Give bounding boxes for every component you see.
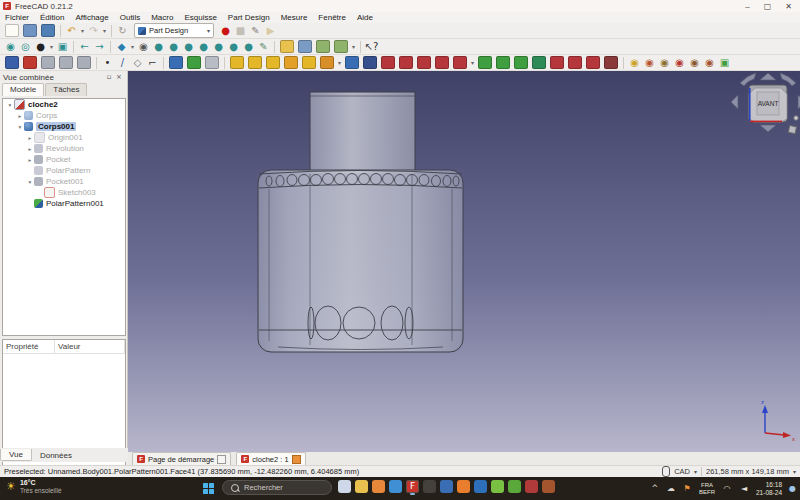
- expander-icon[interactable]: ▸: [16, 113, 24, 119]
- loft-icon[interactable]: [453, 56, 467, 69]
- 3d-viewport[interactable]: AVANT z x: [128, 71, 800, 452]
- app-cube-icon[interactable]: [440, 480, 453, 493]
- link-sub-icon[interactable]: [334, 40, 348, 53]
- chevron-down-icon[interactable]: ▾: [793, 468, 796, 475]
- chamfer-icon[interactable]: [496, 56, 510, 69]
- property-column-header[interactable]: Propriété: [3, 340, 55, 353]
- rectangle-icon[interactable]: ◇: [130, 56, 145, 70]
- sketch-tools-icon[interactable]: ◉: [687, 56, 702, 70]
- clone-icon[interactable]: [320, 56, 334, 69]
- tree-item-corps[interactable]: ▸ Corps: [3, 110, 125, 121]
- tab-modele[interactable]: Modèle: [2, 83, 44, 96]
- point-icon[interactable]: •: [100, 56, 115, 70]
- menu-macro[interactable]: Macro: [151, 13, 173, 22]
- tree-item-revolution[interactable]: ▸ Revolution: [3, 143, 125, 154]
- validate-sketch-icon[interactable]: ◉: [642, 56, 657, 70]
- tab-vue[interactable]: Vue: [0, 449, 32, 461]
- mirror-sketch-icon[interactable]: ◉: [672, 56, 687, 70]
- macro-edit-icon[interactable]: ✎: [248, 24, 263, 38]
- onedrive-icon[interactable]: ☁: [666, 483, 676, 495]
- open-file-icon[interactable]: [23, 24, 37, 37]
- menu-fichier[interactable]: Fichier: [5, 13, 29, 22]
- wifi-icon[interactable]: ◠: [722, 483, 732, 495]
- view-left-icon[interactable]: ●: [241, 40, 256, 54]
- app-columns-icon[interactable]: [474, 480, 487, 493]
- expander-icon[interactable]: ▸: [26, 135, 34, 141]
- leave-sketch-icon[interactable]: [41, 56, 55, 69]
- fillet-icon[interactable]: [478, 56, 492, 69]
- view-sketch-icon[interactable]: [59, 56, 73, 69]
- tree-item-corps001[interactable]: ▾ Corps001: [3, 121, 125, 132]
- volume-icon[interactable]: ◄: [739, 483, 749, 495]
- hole-icon[interactable]: [417, 56, 431, 69]
- pad-icon[interactable]: [345, 56, 359, 69]
- menu-mesure[interactable]: Mesure: [281, 13, 308, 22]
- stop-operation-icon[interactable]: ◉: [702, 56, 717, 70]
- tool-app-icon[interactable]: [542, 480, 555, 493]
- tree-item-pocket001[interactable]: ▾ Pocket001: [3, 176, 125, 187]
- file-explorer-icon[interactable]: [355, 480, 368, 493]
- language-indicator[interactable]: FRA BEFR: [699, 482, 715, 495]
- polyline-icon[interactable]: ⌐: [145, 56, 160, 70]
- view-section-icon[interactable]: [77, 56, 91, 69]
- nav-forward-icon[interactable]: →: [92, 40, 107, 54]
- fit-selection-icon[interactable]: ◎: [18, 40, 33, 54]
- redo-icon[interactable]: ↷: [86, 24, 101, 38]
- sync-flag-icon[interactable]: ⚑: [682, 483, 692, 495]
- local-cs-icon[interactable]: [284, 56, 298, 69]
- close-button[interactable]: ✕: [785, 2, 792, 11]
- menu-esquisse[interactable]: Esquisse: [184, 13, 216, 22]
- close-panel-icon[interactable]: ×: [114, 73, 124, 81]
- view-right-icon[interactable]: ●: [196, 40, 211, 54]
- tree-item-origin001[interactable]: ▸ Origin001: [3, 132, 125, 143]
- macro-record-icon[interactable]: ●: [218, 24, 233, 38]
- view-axonometric-icon[interactable]: ●: [151, 40, 166, 54]
- deactivate-body-icon[interactable]: [205, 56, 219, 69]
- clock[interactable]: 16:18 21-08-24: [756, 481, 782, 495]
- tab-donnees[interactable]: Données: [32, 450, 80, 461]
- blender-icon[interactable]: [457, 480, 470, 493]
- line-icon[interactable]: /: [115, 56, 130, 70]
- menu-part-design[interactable]: Part Design: [228, 13, 270, 22]
- create-sketch-icon[interactable]: [5, 56, 19, 69]
- linear-pattern-icon[interactable]: [568, 56, 582, 69]
- menu-outils[interactable]: Outils: [120, 13, 140, 22]
- datum-point-icon[interactable]: [230, 56, 244, 69]
- whats-this-icon[interactable]: ↖?: [364, 40, 379, 54]
- tree-item-pocket[interactable]: ▸ Pocket: [3, 154, 125, 165]
- start-button[interactable]: [203, 483, 214, 494]
- expander-icon[interactable]: ▾: [6, 102, 14, 108]
- macro-stop-icon[interactable]: ■: [233, 24, 248, 38]
- menu-edition[interactable]: Édition: [40, 13, 64, 22]
- create-body-icon[interactable]: [169, 56, 183, 69]
- polar-pattern-icon[interactable]: [586, 56, 600, 69]
- tab-page-demarrage[interactable]: F Page de démarrage: [132, 452, 231, 465]
- draft-icon[interactable]: [514, 56, 528, 69]
- view-isometric-dropdown-icon[interactable]: ▾: [129, 40, 136, 54]
- revolution-icon[interactable]: [381, 56, 395, 69]
- view-top-icon[interactable]: ●: [181, 40, 196, 54]
- edit-sketch-icon[interactable]: [23, 56, 37, 69]
- workbench-selector[interactable]: Part Design ▾: [134, 23, 214, 38]
- fit-all-icon[interactable]: ◉: [3, 40, 18, 54]
- view-bottom-icon[interactable]: ●: [226, 40, 241, 54]
- group-icon[interactable]: [298, 40, 312, 53]
- menu-affichage[interactable]: Affichage: [75, 13, 108, 22]
- shape-binder-icon[interactable]: [302, 56, 316, 69]
- notification-bell-icon[interactable]: ●: [789, 484, 796, 493]
- macro-play-icon[interactable]: ▶: [263, 24, 278, 38]
- refine-icon[interactable]: ▣: [717, 56, 732, 70]
- expander-icon[interactable]: ▸: [26, 146, 34, 152]
- merge-sketch-icon[interactable]: ◉: [657, 56, 672, 70]
- mirrored-icon[interactable]: [550, 56, 564, 69]
- tree-item-cloche2[interactable]: ▾ cloche2: [3, 99, 125, 110]
- datum-plane-icon[interactable]: [266, 56, 280, 69]
- leaf-app-icon[interactable]: [508, 480, 521, 493]
- thickness-icon[interactable]: [532, 56, 546, 69]
- save-icon[interactable]: [41, 24, 55, 37]
- feature-dropdown-icon[interactable]: ▾: [469, 56, 476, 70]
- tree-item-polarpattern001[interactable]: PolarPattern001: [3, 198, 125, 209]
- tab-taches[interactable]: Tâches: [45, 83, 87, 96]
- openscad-icon[interactable]: [491, 480, 504, 493]
- nav-back-icon[interactable]: ←: [77, 40, 92, 54]
